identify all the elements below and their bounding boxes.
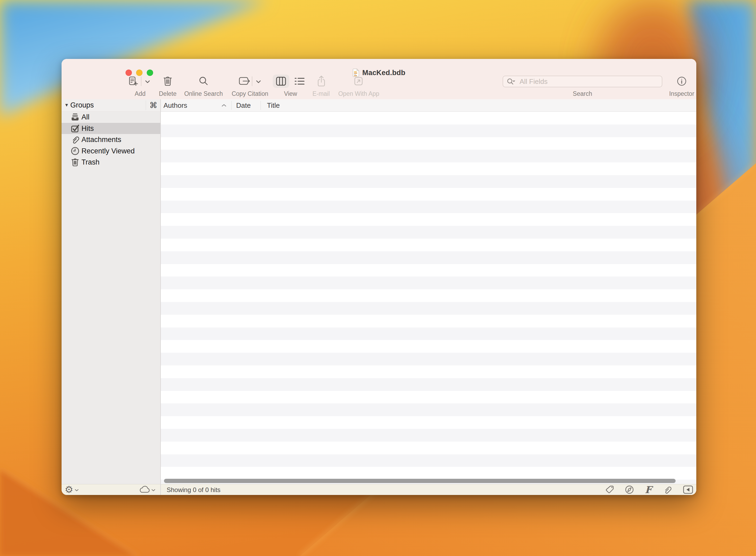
sidebar-item-all[interactable]: All bbox=[62, 111, 160, 123]
sidebar-item-hits[interactable]: Hits bbox=[62, 123, 160, 134]
delete-button[interactable]: Delete bbox=[159, 90, 176, 97]
zoom-button[interactable] bbox=[147, 70, 153, 76]
email-share-icon bbox=[316, 75, 326, 87]
archive-tray-icon bbox=[71, 113, 80, 121]
paperclip-icon bbox=[71, 135, 79, 144]
trash-icon bbox=[71, 158, 79, 167]
sidebar-item-label: Trash bbox=[81, 158, 100, 166]
column-header-title[interactable]: Title bbox=[267, 101, 280, 110]
status-bar: ⚙ Showing 0 of 0 hits F bbox=[62, 484, 696, 495]
email-button: E-mail bbox=[312, 90, 330, 97]
view-button[interactable]: View bbox=[284, 90, 297, 97]
minimize-button[interactable] bbox=[136, 70, 143, 76]
sidebar-item-label: Attachments bbox=[81, 136, 121, 144]
bibtex-f-icon[interactable]: F bbox=[645, 485, 652, 494]
sort-ascending-icon bbox=[221, 104, 227, 107]
toolbar: MacKed.bdb Add Delete bbox=[62, 59, 696, 100]
collapse-panel-icon[interactable] bbox=[683, 485, 694, 494]
inspector-button[interactable]: Inspector bbox=[669, 90, 694, 97]
copy-citation-chevron-down-icon[interactable] bbox=[256, 80, 261, 83]
close-button[interactable] bbox=[125, 70, 132, 76]
online-search-icon[interactable] bbox=[198, 76, 209, 86]
sidebar-item-label: Hits bbox=[81, 124, 94, 132]
copy-citation-split-divider bbox=[252, 76, 252, 86]
groups-list: All Hits Attachments bbox=[62, 111, 160, 168]
copy-citation-icon[interactable] bbox=[238, 76, 251, 86]
gear-chevron-down-icon[interactable] bbox=[75, 489, 79, 491]
add-chevron-down-icon[interactable] bbox=[145, 80, 150, 83]
inspector-info-icon[interactable] bbox=[677, 76, 687, 86]
search-placeholder: All Fields bbox=[519, 77, 547, 86]
clock-icon bbox=[71, 146, 80, 155]
view-columns-icon[interactable] bbox=[275, 76, 287, 86]
view-list-icon[interactable] bbox=[294, 77, 305, 86]
sidebar-item-recently-viewed[interactable]: Recently Viewed bbox=[62, 145, 160, 157]
column-separator[interactable] bbox=[231, 101, 232, 110]
tag-icon[interactable] bbox=[605, 485, 615, 494]
cloud-icon[interactable] bbox=[139, 485, 151, 494]
column-header-date[interactable]: Date bbox=[236, 101, 251, 110]
status-text: Showing 0 of 0 hits bbox=[167, 486, 220, 494]
bibdesk-window: MacKed.bdb Add Delete bbox=[62, 59, 696, 495]
online-search-button[interactable]: Online Search bbox=[184, 90, 223, 97]
copy-citation-button[interactable]: Copy Citation bbox=[232, 90, 268, 97]
groups-header[interactable]: ▾ Groups ⌘ bbox=[62, 99, 160, 112]
compass-icon[interactable] bbox=[625, 485, 634, 494]
open-with-app-button: Open With App bbox=[338, 90, 380, 97]
search-label: Search bbox=[573, 90, 592, 97]
disclosure-triangle-icon[interactable]: ▾ bbox=[65, 102, 68, 108]
add-publication-icon[interactable] bbox=[128, 76, 139, 87]
checkbox-icon bbox=[71, 124, 80, 133]
command-column-icon: ⌘ bbox=[149, 101, 157, 110]
search-magnifier-chevron-icon[interactable] bbox=[507, 78, 515, 85]
sidebar-item-attachments[interactable]: Attachments bbox=[62, 134, 160, 145]
open-with-app-icon bbox=[353, 76, 364, 87]
horizontal-scrollbar[interactable] bbox=[164, 479, 676, 483]
sidebar-item-trash[interactable]: Trash bbox=[62, 157, 160, 168]
sidebar-item-label: Recently Viewed bbox=[81, 147, 135, 155]
groups-header-separator bbox=[146, 101, 146, 110]
sidebar-item-label: All bbox=[81, 113, 89, 121]
paperclip-icon[interactable] bbox=[663, 485, 672, 494]
window-title: MacKed.bdb bbox=[362, 69, 405, 77]
publications-table: Authors Date Title bbox=[161, 99, 696, 484]
search-input[interactable]: All Fields bbox=[503, 76, 662, 87]
groups-sidebar: ▾ Groups ⌘ All bbox=[62, 99, 160, 484]
gear-icon[interactable]: ⚙ bbox=[65, 485, 73, 494]
sidebar-divider[interactable] bbox=[160, 99, 161, 495]
delete-trash-icon[interactable] bbox=[163, 76, 173, 87]
table-rows-empty[interactable] bbox=[161, 112, 696, 484]
cloud-chevron-down-icon[interactable] bbox=[151, 489, 155, 491]
add-split-divider bbox=[141, 76, 141, 86]
groups-header-label: Groups bbox=[70, 101, 94, 109]
table-header: Authors Date Title bbox=[161, 99, 696, 112]
column-header-authors[interactable]: Authors bbox=[164, 101, 187, 110]
add-button[interactable]: Add bbox=[135, 90, 146, 97]
